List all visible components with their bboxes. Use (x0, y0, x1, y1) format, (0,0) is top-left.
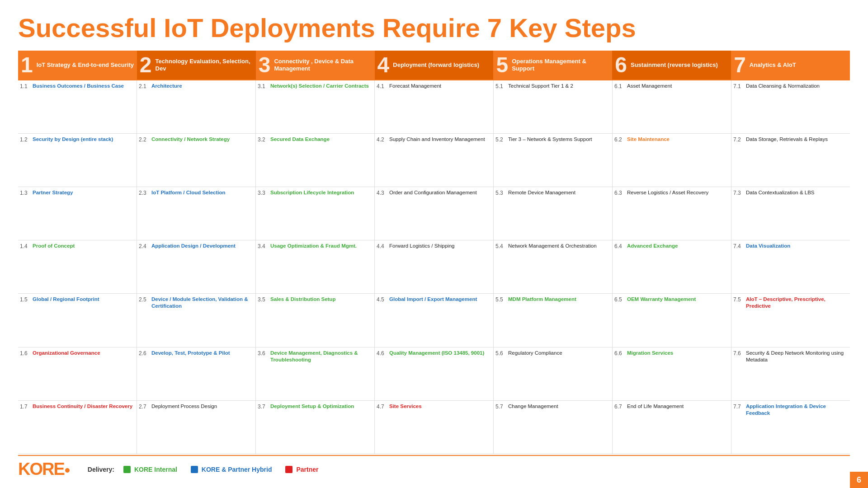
header-cell-7: 7Analytics & AIoT (731, 51, 850, 80)
row-text-3-6: Device Management, Diagnostics & Trouble… (270, 350, 373, 363)
table-row: 6.2 Site Maintenance (613, 134, 731, 187)
row-num-7-4: 7.4 (733, 243, 746, 249)
row-num-3-2: 3.2 (258, 136, 270, 143)
row-num-4-3: 4.3 (377, 189, 389, 196)
row-text-4-3: Order and Configuration Management (389, 189, 491, 196)
table-row: 5.3 Remote Device Management (494, 187, 612, 240)
table-row: 6.6 Migration Services (613, 347, 731, 401)
table-row: 5.7 Change Management (494, 401, 612, 454)
row-num-4-6: 4.6 (377, 350, 389, 357)
legend: KORE Internal KORE & Partner Hybrid Part… (123, 466, 332, 473)
table-row: 3.5 Sales & Distribution Setup (256, 294, 374, 347)
row-num-1-1: 1.1 (20, 83, 33, 89)
header-cell-3: 3Connectivity , Device & Data Management (256, 51, 375, 80)
row-text-1-3: Partner Strategy (33, 189, 135, 196)
table-row: 1.1 Business Outcomes / Business Case (18, 80, 137, 134)
table-row: 1.3 Partner Strategy (18, 187, 137, 240)
row-num-5-3: 5.3 (495, 189, 508, 196)
row-num-6-6: 6.6 (614, 350, 627, 357)
row-text-5-4: Network Management & Orchestration (508, 243, 610, 249)
table-row: 1.6 Organizational Governance (18, 347, 137, 401)
row-text-2-7: Deployment Process Design (151, 403, 254, 410)
header-label-2: Technology Evaluation, Selection, Dev (156, 58, 253, 72)
header-num-3: 3 (259, 54, 271, 76)
row-num-5-1: 5.1 (495, 83, 508, 89)
logo: KORE (18, 460, 70, 479)
table-row: 6.5 OEM Warranty Management (613, 294, 731, 347)
table-row: 5.1 Technical Support Tier 1 & 2 (494, 80, 612, 134)
row-num-1-6: 1.6 (20, 350, 33, 357)
table-row: 2.1 Architecture (137, 80, 255, 134)
table-row: 2.3 IoT Platform / Cloud Selection (137, 187, 255, 240)
row-num-4-1: 4.1 (377, 83, 389, 89)
row-num-7-1: 7.1 (733, 83, 746, 89)
row-num-6-4: 6.4 (614, 243, 627, 249)
legend-box-3 (285, 466, 292, 473)
table-row: 2.5 Device / Module Selection, Validatio… (137, 294, 255, 347)
table-row: 7.1 Data Cleansing & Normalization (731, 80, 850, 134)
row-num-7-6: 7.6 (733, 350, 746, 357)
col-group-7: 7.1 Data Cleansing & Normalization 7.2 D… (731, 80, 850, 454)
row-num-4-2: 4.2 (377, 136, 389, 143)
row-text-3-4: Usage Optimization & Fraud Mgmt. (270, 243, 373, 249)
legend-item-2: KORE & Partner Hybrid (191, 466, 272, 473)
row-num-7-5: 7.5 (733, 296, 746, 303)
table-row: 4.4 Forward Logistics / Shipping (375, 240, 493, 294)
row-text-6-7: End of Life Management (627, 403, 729, 410)
table-row: 7.4 Data Visualization (731, 240, 850, 294)
header-label-6: Sustainment (reverse logistics) (631, 61, 718, 69)
table-row: 7.2 Data Storage, Retrievals & Replays (731, 134, 850, 187)
table-row: 7.7 Application Integration & Device Fee… (731, 401, 850, 454)
row-text-7-3: Data Contextualization & LBS (746, 189, 848, 196)
row-text-2-3: IoT Platform / Cloud Selection (151, 189, 254, 196)
row-num-1-3: 1.3 (20, 189, 33, 196)
row-text-7-2: Data Storage, Retrievals & Replays (746, 136, 848, 143)
page-number: 6 (850, 472, 868, 488)
table-row: 4.1 Forecast Management (375, 80, 493, 134)
row-num-5-6: 5.6 (495, 350, 508, 357)
row-num-4-7: 4.7 (377, 403, 389, 410)
table-row: 5.4 Network Management & Orchestration (494, 240, 612, 294)
row-num-2-7: 2.7 (139, 403, 151, 410)
row-num-6-1: 6.1 (614, 83, 627, 89)
table-row: 5.5 MDM Platform Management (494, 294, 612, 347)
row-text-1-5: Global / Regional Footprint (33, 296, 135, 303)
row-num-7-3: 7.3 (733, 189, 746, 196)
row-text-2-6: Develop, Test, Prototype & Pilot (151, 350, 254, 357)
header-label-1: IoT Strategy & End-to-end Security (37, 61, 134, 69)
header-label-3: Connectivity , Device & Data Management (274, 58, 372, 72)
table-row: 5.6 Regulatory Compliance (494, 347, 612, 401)
row-text-6-3: Reverse Logistics / Asset Recovery (627, 189, 729, 196)
table-row: 3.4 Usage Optimization & Fraud Mgmt. (256, 240, 374, 294)
row-num-5-4: 5.4 (495, 243, 508, 249)
row-num-2-3: 2.3 (139, 189, 151, 196)
row-text-5-7: Change Management (508, 403, 610, 410)
row-num-3-5: 3.5 (258, 296, 270, 303)
header-label-7: Analytics & AIoT (750, 61, 796, 69)
header-num-1: 1 (21, 54, 33, 76)
row-text-1-4: Proof of Concept (33, 243, 135, 249)
table-row: 2.6 Develop, Test, Prototype & Pilot (137, 347, 255, 401)
row-text-5-1: Technical Support Tier 1 & 2 (508, 83, 610, 89)
header-cell-4: 4Deployment (forward logistics) (375, 51, 494, 80)
header-num-7: 7 (734, 54, 746, 76)
table-row: 1.7 Business Continuity / Disaster Recov… (18, 401, 137, 454)
row-num-6-3: 6.3 (614, 189, 627, 196)
row-text-4-6: Quality Management (ISO 13485, 9001) (389, 350, 491, 357)
row-text-4-4: Forward Logistics / Shipping (389, 243, 491, 249)
row-text-7-6: Security & Deep Network Monitoring using… (746, 350, 848, 363)
table-row: 3.1 Network(s) Selection / Carrier Contr… (256, 80, 374, 134)
row-text-4-1: Forecast Management (389, 83, 491, 89)
table-row: 1.5 Global / Regional Footprint (18, 294, 137, 347)
header-num-4: 4 (377, 54, 390, 76)
col-group-6: 6.1 Asset Management 6.2 Site Maintenanc… (613, 80, 731, 454)
row-text-1-1: Business Outcomes / Business Case (33, 83, 135, 89)
row-text-1-7: Business Continuity / Disaster Recovery (33, 403, 135, 410)
row-num-1-7: 1.7 (20, 403, 33, 410)
row-text-4-5: Global Import / Export Management (389, 296, 491, 303)
row-text-2-4: Application Design / Development (151, 243, 254, 249)
row-text-3-7: Deployment Setup & Optimization (270, 403, 373, 410)
row-text-3-5: Sales & Distribution Setup (270, 296, 373, 303)
header-cell-5: 5Operations Management & Support (493, 51, 612, 80)
row-num-6-7: 6.7 (614, 403, 627, 410)
